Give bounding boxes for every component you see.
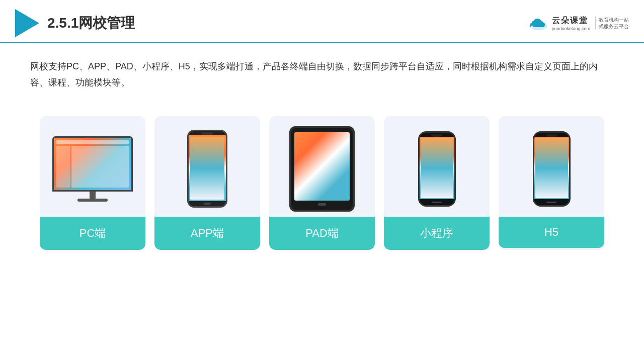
header-right: 云朵课堂 yunduoketang.com 教育机构一站式服务云平台 bbox=[528, 15, 629, 31]
card-h5-label: H5 bbox=[499, 217, 604, 248]
card-pad-label: PAD端 bbox=[269, 217, 375, 250]
description-text: 网校支持PC、APP、PAD、小程序、H5，实现多端打通，产品各终端自由切换，数… bbox=[0, 43, 644, 96]
card-pad: PAD端 bbox=[269, 116, 375, 250]
phone-miniapp-icon bbox=[418, 131, 456, 207]
card-h5-image bbox=[499, 116, 604, 217]
card-app-image bbox=[154, 116, 260, 217]
card-pc-label: PC端 bbox=[40, 217, 145, 250]
header-left: 2.5.1网校管理 bbox=[15, 9, 135, 37]
phone-h5-icon bbox=[533, 131, 571, 207]
cloud-icon bbox=[528, 15, 549, 31]
pc-monitor-icon bbox=[52, 136, 133, 202]
brand-url: yunduoketang.com bbox=[552, 26, 590, 31]
card-app-label: APP端 bbox=[154, 217, 260, 250]
logo-triangle-icon bbox=[15, 9, 39, 37]
brand-name: 云朵课堂 bbox=[552, 16, 588, 26]
card-app: APP端 bbox=[154, 116, 260, 250]
page-title: 2.5.1网校管理 bbox=[47, 14, 135, 33]
device-cards: PC端 APP端 PAD端 bbox=[0, 101, 644, 260]
card-pad-image bbox=[269, 116, 375, 217]
card-miniapp: 小程序 bbox=[384, 116, 490, 250]
card-h5: H5 bbox=[499, 116, 604, 250]
tablet-pad-icon bbox=[289, 126, 355, 212]
card-pc-image bbox=[40, 116, 145, 217]
brand-logo: 云朵课堂 yunduoketang.com 教育机构一站式服务云平台 bbox=[528, 15, 629, 31]
brand-slogan: 教育机构一站式服务云平台 bbox=[595, 17, 629, 30]
card-miniapp-image bbox=[384, 116, 490, 217]
description-paragraph: 网校支持PC、APP、PAD、小程序、H5，实现多端打通，产品各终端自由切换，数… bbox=[30, 58, 614, 91]
card-pc: PC端 bbox=[40, 116, 145, 250]
page-header: 2.5.1网校管理 云朵课堂 yunduoketang.com 教育机构一站式服… bbox=[0, 0, 644, 43]
phone-app-icon bbox=[187, 130, 227, 208]
card-miniapp-label: 小程序 bbox=[384, 217, 490, 250]
brand-text: 云朵课堂 yunduoketang.com bbox=[552, 16, 590, 31]
